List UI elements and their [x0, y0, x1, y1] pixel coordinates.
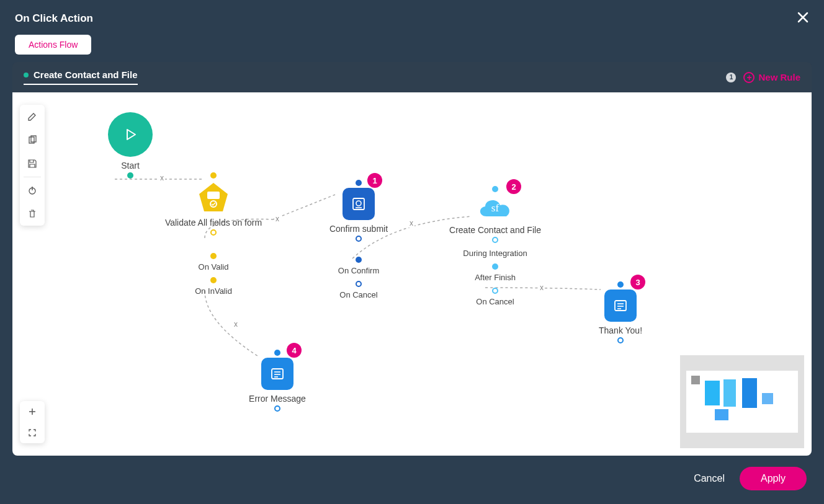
- node-thankyou[interactable]: 3 Thank You!: [577, 280, 664, 345]
- port-in[interactable]: [617, 281, 624, 288]
- fullscreen-icon[interactable]: [20, 422, 45, 443]
- tab-actions-flow[interactable]: Actions Flow: [15, 35, 91, 55]
- save-icon[interactable]: [20, 152, 45, 175]
- port-confirm[interactable]: [356, 257, 362, 263]
- validate-icon: [197, 180, 230, 214]
- node-confirm[interactable]: 1 Confirm submit On Confirm On Cancel: [309, 178, 408, 299]
- rule-status-dot: [24, 73, 29, 77]
- port-in[interactable]: [356, 180, 362, 186]
- node-label: Confirm submit: [309, 224, 408, 234]
- node-validate[interactable]: Validate All fields on form On Valid On …: [158, 170, 269, 296]
- message-icon: [261, 358, 293, 390]
- out-cancel-label: On Cancel: [309, 290, 408, 299]
- port-out[interactable]: [210, 229, 217, 236]
- cloud-icon: sf: [475, 194, 515, 221]
- node-badge: 2: [506, 179, 521, 194]
- confirm-icon: [343, 188, 375, 220]
- out-valid-label: On Valid: [158, 262, 269, 272]
- rule-count-badge: 1: [726, 73, 736, 82]
- node-label: Start: [87, 161, 174, 170]
- node-label: Thank You!: [577, 325, 664, 335]
- node-create-contact[interactable]: 2 sf Create Contact and File During Inte…: [433, 184, 557, 306]
- cancel-button[interactable]: Cancel: [694, 473, 725, 484]
- minimap[interactable]: [680, 355, 804, 448]
- out-after-label: After Finish: [433, 273, 557, 282]
- rule-header: Create Contact and File 1 + New Rule: [12, 62, 812, 92]
- node-label: Validate All fields on form: [158, 218, 269, 228]
- port-valid[interactable]: [210, 253, 217, 259]
- port-out[interactable]: [492, 237, 498, 243]
- canvas-toolbar: [20, 105, 45, 226]
- play-icon: [108, 112, 153, 157]
- out-confirm-label: On Confirm: [309, 266, 408, 275]
- node-badge: 1: [367, 173, 382, 188]
- tab-row: Actions Flow: [0, 35, 824, 62]
- port-out[interactable]: [274, 405, 280, 412]
- flow-canvas[interactable]: x x x x x Start Validate All fields on f…: [12, 92, 812, 456]
- out-invalid-label: On InValid: [158, 286, 269, 296]
- node-label: Create Contact and File: [433, 225, 557, 235]
- node-label: Error Message: [231, 394, 324, 404]
- new-rule-button[interactable]: + New Rule: [743, 72, 800, 83]
- svg-text:sf: sf: [491, 202, 499, 214]
- port-after[interactable]: [492, 263, 498, 270]
- apply-button[interactable]: Apply: [740, 467, 807, 490]
- port-in[interactable]: [274, 350, 280, 356]
- node-error[interactable]: 4 Error Message: [231, 348, 324, 413]
- link-delete-icon[interactable]: x: [408, 219, 414, 228]
- node-badge: 4: [287, 343, 302, 358]
- port-cancel[interactable]: [492, 288, 498, 294]
- rule-title: Create Contact and File: [34, 69, 138, 80]
- new-rule-label: New Rule: [758, 72, 800, 82]
- modal-footer: Cancel Apply: [0, 456, 824, 504]
- link-delete-icon[interactable]: x: [274, 214, 280, 223]
- port-out[interactable]: [356, 236, 362, 242]
- out-cancel-label: On Cancel: [433, 297, 557, 306]
- zoom-controls: [20, 401, 45, 443]
- modal-header: On Click Action: [0, 0, 824, 35]
- svg-rect-6: [207, 192, 220, 199]
- node-badge: 3: [630, 275, 645, 290]
- port-in[interactable]: [210, 172, 217, 179]
- plus-circle-icon: +: [743, 72, 755, 83]
- port-in[interactable]: [492, 186, 498, 192]
- port-out[interactable]: [617, 337, 624, 343]
- close-icon[interactable]: [797, 11, 809, 26]
- zoom-in-icon[interactable]: [20, 401, 45, 422]
- minimap-viewport: [686, 371, 798, 433]
- port-out[interactable]: [127, 172, 133, 179]
- port-cancel[interactable]: [356, 281, 362, 287]
- copy-icon[interactable]: [20, 128, 45, 152]
- edit-icon[interactable]: [20, 105, 45, 128]
- port-invalid[interactable]: [210, 277, 217, 283]
- svg-point-9: [356, 201, 361, 206]
- link-delete-icon[interactable]: x: [233, 320, 239, 329]
- power-icon[interactable]: [20, 179, 45, 202]
- trash-icon[interactable]: [20, 202, 45, 226]
- out-during-label: During Integration: [433, 249, 557, 258]
- modal-title: On Click Action: [15, 12, 93, 25]
- message-icon: [604, 290, 637, 322]
